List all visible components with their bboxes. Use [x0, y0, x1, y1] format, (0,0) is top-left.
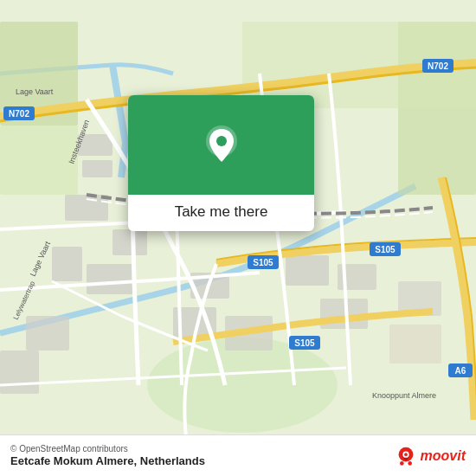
- bottom-left: © OpenStreetMap contributors Eetcafe Mok…: [10, 444, 205, 467]
- popup-card[interactable]: Take me there: [128, 95, 314, 231]
- svg-rect-1: [0, 125, 78, 195]
- map-attribution: © OpenStreetMap contributors: [10, 444, 205, 453]
- map-svg: N702 N702 S105 S105 S105 A6 Insteekhaven…: [0, 0, 476, 476]
- svg-point-43: [400, 461, 404, 466]
- moovit-logo[interactable]: moovit: [394, 444, 466, 468]
- svg-rect-9: [87, 264, 134, 294]
- svg-rect-8: [113, 229, 147, 255]
- popup-green-header: [128, 95, 314, 195]
- bottom-bar: © OpenStreetMap contributors Eetcafe Mok…: [0, 434, 476, 476]
- svg-rect-20: [389, 325, 441, 363]
- location-pin-icon: [198, 122, 245, 169]
- moovit-brand-text: moovit: [421, 448, 466, 464]
- map-container: N702 N702 S105 S105 S105 A6 Insteekhaven…: [0, 0, 476, 476]
- svg-text:S105: S105: [375, 245, 396, 254]
- svg-rect-10: [52, 247, 82, 281]
- svg-point-3: [147, 338, 338, 433]
- svg-text:N702: N702: [9, 109, 29, 119]
- svg-point-39: [216, 136, 227, 146]
- svg-rect-16: [286, 255, 329, 286]
- svg-rect-11: [26, 316, 69, 351]
- svg-rect-18: [320, 299, 368, 329]
- svg-text:A6: A6: [455, 366, 466, 376]
- svg-text:Knooppunt Almere: Knooppunt Almere: [372, 391, 436, 400]
- take-me-there-button[interactable]: Take me there: [128, 195, 314, 231]
- svg-rect-6: [82, 160, 113, 177]
- place-name: Eetcafe Mokum Almere, Netherlands: [10, 454, 205, 467]
- svg-point-42: [404, 453, 408, 456]
- svg-rect-12: [0, 351, 39, 394]
- svg-text:S105: S105: [294, 338, 315, 348]
- svg-text:Lelywatertrap: Lelywatertrap: [12, 280, 37, 321]
- svg-text:N702: N702: [428, 61, 448, 71]
- svg-text:Lage Vaart: Lage Vaart: [29, 240, 53, 278]
- moovit-brand-icon: [394, 444, 418, 468]
- svg-text:S105: S105: [253, 258, 273, 267]
- svg-text:Lage Vaart: Lage Vaart: [16, 87, 54, 96]
- svg-point-44: [408, 461, 412, 466]
